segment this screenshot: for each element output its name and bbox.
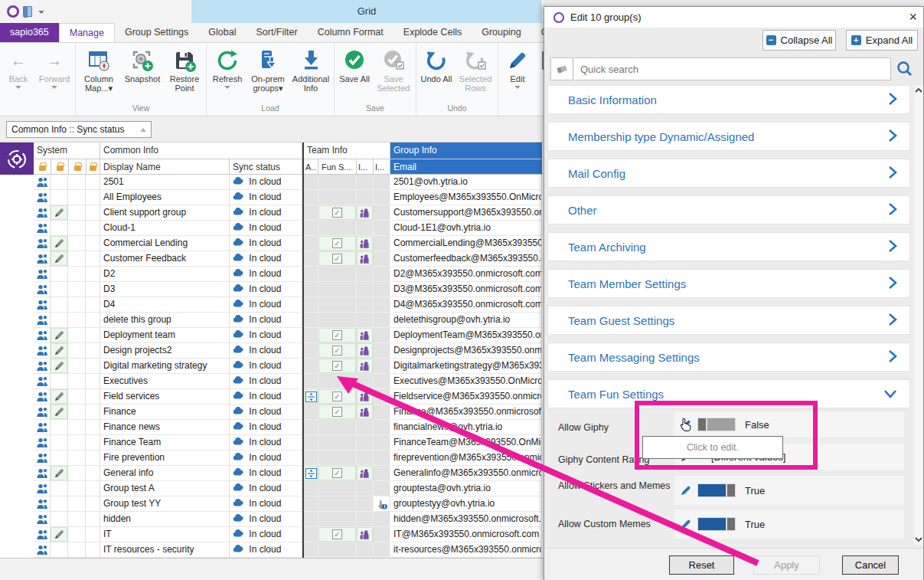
group-type-icon[interactable] [34, 328, 51, 343]
undo-all-button[interactable]: Undo All [418, 43, 455, 84]
fun-settings-checkbox[interactable]: ✓ [318, 251, 357, 267]
grid-cell[interactable] [68, 328, 86, 343]
grid-cell[interactable] [357, 542, 374, 558]
table-row[interactable]: Customer Feedback In cloud✓Customerfeedb… [0, 251, 544, 267]
display-name-cell[interactable]: Finance news [100, 420, 230, 435]
display-name-cell[interactable]: Executives [100, 374, 230, 389]
teams-icon[interactable] [357, 359, 374, 374]
tab-grouping[interactable]: Grouping [472, 23, 531, 43]
group-type-icon[interactable] [34, 481, 51, 496]
grid-cell[interactable] [304, 221, 318, 236]
grid-cell[interactable] [51, 512, 68, 527]
group-type-icon[interactable] [34, 282, 51, 297]
grid-cell[interactable] [68, 343, 86, 359]
table-row[interactable]: Group test A In cloudgrouptesta@ovh.ytri… [0, 481, 544, 496]
sync-status-cell[interactable]: In cloud [230, 451, 302, 466]
grid-cell[interactable] [68, 435, 86, 451]
display-name-cell[interactable]: D2 [100, 267, 230, 282]
onprem-groups-button[interactable]: On-prem groups▾ [247, 43, 289, 93]
group-type-icon[interactable] [34, 374, 51, 389]
section-header-team-archiving[interactable]: Team Archiving [547, 232, 910, 261]
grid-cell[interactable] [51, 451, 68, 466]
grid-cell[interactable] [318, 512, 357, 527]
sync-status-cell[interactable]: In cloud [230, 221, 302, 236]
grid-cell[interactable] [68, 389, 86, 405]
grid-cell[interactable] [374, 359, 390, 374]
group-type-icon[interactable] [34, 297, 51, 313]
grid-cell[interactable] [318, 267, 357, 282]
email-cell[interactable]: Customersupport@M365x393550.onm [390, 205, 542, 221]
grid-cell[interactable] [357, 282, 374, 297]
grid-cell[interactable] [68, 420, 86, 435]
tab-global[interactable]: Global [198, 23, 246, 43]
grid-cell[interactable] [318, 496, 357, 512]
grid-cell[interactable] [86, 389, 100, 405]
grid-cell[interactable] [304, 267, 318, 282]
header-group-team-info[interactable]: Team Info [304, 143, 390, 159]
grid-cell[interactable] [318, 190, 357, 205]
grid-cell[interactable] [86, 359, 100, 374]
email-cell[interactable]: fireprevention@M365x393550.onmicr [390, 451, 542, 466]
grid-cell[interactable] [357, 435, 374, 451]
grid-cell[interactable] [304, 251, 318, 267]
display-name-cell[interactable]: Finance Team [100, 435, 230, 451]
group-type-icon[interactable] [34, 313, 51, 328]
column-header-sync-status[interactable]: Sync status [230, 159, 302, 175]
email-cell[interactable]: IT@M365x393550.onmicrosoft.com [390, 527, 542, 542]
grid-cell[interactable] [51, 313, 68, 328]
grid-cell[interactable] [374, 527, 390, 542]
table-row[interactable]: IT resources - security In cloudit-resou… [0, 542, 544, 558]
fun-settings-checkbox[interactable]: ✓ [318, 466, 357, 481]
grid-cell[interactable] [51, 435, 68, 451]
row-edited-pencil-icon[interactable] [51, 389, 68, 405]
grid-cell[interactable] [51, 175, 68, 190]
search-icon[interactable] [896, 61, 913, 80]
display-name-cell[interactable]: Digital marketing strategy [100, 359, 230, 374]
tab-other[interactable]: O [531, 23, 544, 43]
group-type-icon[interactable] [34, 405, 51, 420]
grid-cell[interactable] [318, 175, 357, 190]
sync-status-cell[interactable]: In cloud [230, 374, 302, 389]
row-edited-pencil-icon[interactable] [51, 236, 68, 251]
table-row[interactable]: Digital marketing strategy In cloud✓Digi… [0, 359, 544, 374]
explode-icon[interactable] [304, 466, 318, 481]
setting-row-allow-stickers[interactable]: True [674, 476, 904, 505]
table-row[interactable]: 2501 In cloud2501@ovh.ytria.io [0, 175, 544, 190]
grid-cell[interactable] [318, 282, 357, 297]
group-type-icon[interactable] [34, 205, 51, 221]
section-header-membership-type-dynamic-assigned[interactable]: Membership type Dynamic/Assigned [547, 122, 910, 151]
table-row[interactable]: Deployment team In cloud✓DeploymentTeam@… [0, 328, 544, 343]
grid-cell[interactable] [374, 343, 390, 359]
grid-cell[interactable] [51, 190, 68, 205]
grid-cell[interactable] [357, 420, 374, 435]
grid-cell[interactable] [357, 313, 374, 328]
grid-cell[interactable] [68, 190, 86, 205]
group-type-icon[interactable] [34, 221, 51, 236]
email-cell[interactable]: Employees@M365x393550.OnMicrosof [390, 190, 542, 205]
column-header-i1[interactable]: I... [357, 159, 374, 175]
table-row[interactable]: Client support group In cloud✓Customersu… [0, 205, 544, 221]
grid-cell[interactable] [304, 313, 318, 328]
display-name-cell[interactable]: Client support group [100, 205, 230, 221]
grid-cell[interactable] [357, 297, 374, 313]
toggle-on[interactable] [697, 483, 736, 497]
display-name-cell[interactable]: Cloud-1 [100, 221, 230, 236]
group-type-icon[interactable] [34, 420, 51, 435]
table-row[interactable]: General info In cloud✓Generalinfo@M365x3… [0, 466, 544, 481]
fun-settings-checkbox[interactable]: ✓ [318, 343, 357, 359]
teams-icon[interactable] [357, 328, 374, 343]
header-group-group-info[interactable]: Group Info [390, 143, 542, 159]
table-row[interactable]: hidden In cloudhidden@M365x393550.onmicr… [0, 512, 544, 527]
teams-icon[interactable] [357, 251, 374, 267]
table-row[interactable]: Field services In cloud✓Fieldservice@M36… [0, 389, 544, 405]
explode-icon[interactable] [304, 389, 318, 405]
save-all-button[interactable]: Save All [336, 43, 373, 84]
grid-cell[interactable] [374, 512, 390, 527]
column-header-archived[interactable]: A.. [304, 159, 318, 175]
row-edited-pencil-icon[interactable] [51, 405, 68, 420]
sync-status-cell[interactable]: In cloud [230, 481, 302, 496]
column-header-i2[interactable]: I... [374, 159, 390, 175]
teams-icon[interactable] [357, 343, 374, 359]
table-row[interactable]: Finance news In cloudfinancialnews@ovh.y… [0, 420, 544, 435]
display-name-cell[interactable]: Fire prevention [100, 451, 230, 466]
